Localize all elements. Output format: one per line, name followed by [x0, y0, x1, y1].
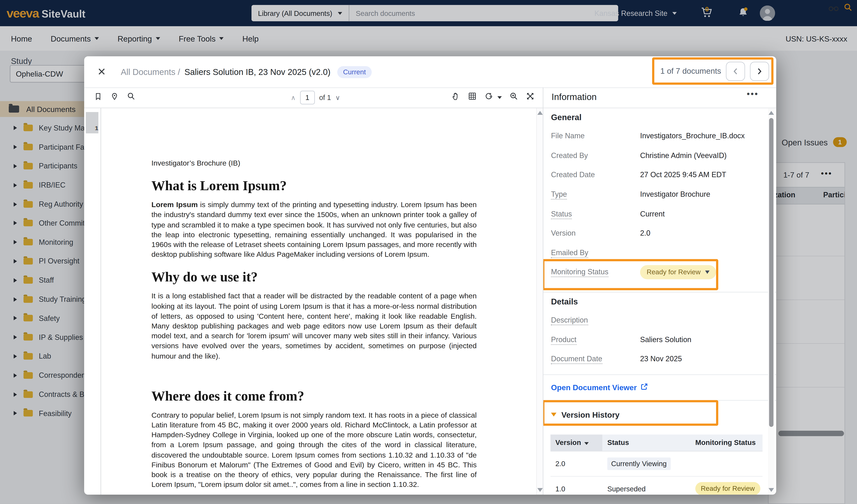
pdf-viewer: ∧ of 1 ∨ 1 — [84, 87, 543, 494]
field-version: Version 2.0 — [543, 223, 776, 243]
hand-tool-icon[interactable] — [452, 92, 460, 103]
section-heading-2: Why do we use it? — [151, 270, 476, 285]
paragraph-1: Lorem Ipsum is simply dummy text of the … — [151, 200, 476, 260]
external-link-icon — [640, 383, 648, 392]
field-value: Saliers Solution — [640, 335, 691, 343]
thumbnail-page-number: 1 — [95, 124, 98, 131]
table-row: 2.0 Currently Viewing — [551, 451, 762, 476]
zoom-in-icon[interactable] — [509, 92, 518, 103]
bookmarks-icon[interactable] — [94, 92, 102, 102]
collapse-caret-icon — [551, 413, 556, 417]
information-panel-header: Information ••• — [543, 87, 776, 108]
panel-more-menu-icon[interactable]: ••• — [747, 89, 759, 98]
document-title: Saliers Solution IB, 23 Nov 2025 (v2.0) — [185, 67, 331, 77]
field-value: Christine Admin (VeevaID) — [640, 151, 727, 159]
document-heading: Investigator’s Brochure (IB) — [151, 158, 476, 168]
status-cell: Currently Viewing — [602, 451, 690, 476]
field-label: Product — [551, 335, 640, 343]
field-value: Current — [640, 210, 665, 218]
chevron-down-icon — [705, 270, 709, 274]
monitoring-status-pill: Ready for Review — [695, 482, 760, 494]
modal-header: ✕ All Documents / Saliers Solution IB, 2… — [84, 56, 776, 88]
version-history-table: Version Status Monitoring Status 2.0 Cur… — [551, 434, 762, 494]
monitoring-cell — [690, 451, 762, 476]
thumbnail-grid-icon[interactable] — [468, 92, 477, 103]
field-monitoring-status: Monitoring Status Ready for Review — [543, 263, 776, 282]
details-section-title: Details — [551, 297, 776, 310]
rotate-icon[interactable] — [484, 92, 493, 103]
monitoring-status-dropdown[interactable]: Ready for Review — [640, 265, 716, 280]
scrollbar-thumb[interactable] — [769, 118, 773, 427]
field-created-date: Created Date 27 Oct 2025 9:45 AM EDT — [543, 165, 776, 185]
column-status: Status — [602, 434, 690, 451]
field-value: 23 Nov 2025 — [640, 355, 682, 363]
field-label: Created By — [551, 151, 640, 159]
section-heading-1: What is Lorem Ipsum? — [151, 179, 476, 194]
find-in-document-icon[interactable] — [127, 92, 136, 103]
column-version[interactable]: Version — [551, 434, 602, 451]
section-divider — [543, 292, 776, 292]
field-label: Status — [551, 210, 640, 218]
panel-title: Information — [552, 92, 597, 102]
column-monitoring-status: Monitoring Status — [690, 434, 762, 451]
field-file-name: File Name Investigators_Brochure_IB.docx — [543, 126, 776, 146]
field-product: Product Saliers Solution — [543, 330, 776, 349]
field-value: 27 Oct 2025 9:45 AM EDT — [640, 171, 726, 179]
version-history-title: Version History — [561, 410, 620, 419]
scroll-down-icon[interactable] — [769, 488, 774, 492]
close-icon[interactable]: ✕ — [97, 66, 106, 78]
paragraph-3: Contrary to popular belief, Lorem Ipsum … — [151, 410, 476, 490]
open-document-viewer-link[interactable]: Open Document Viewer — [551, 383, 637, 391]
field-label: Version — [551, 229, 640, 237]
field-created-by: Created By Christine Admin (VeevaID) — [543, 146, 776, 165]
rotate-options-caret-icon[interactable] — [497, 96, 502, 99]
field-status: Status Current — [543, 204, 776, 223]
field-label: Created Date — [551, 171, 640, 179]
breadcrumb[interactable]: All Documents / — [121, 67, 180, 77]
version-link[interactable]: 1.0 — [551, 476, 602, 494]
version-cell: 2.0 — [551, 451, 602, 476]
location-pin-icon[interactable] — [111, 92, 119, 102]
previous-page-icon[interactable]: ∧ — [291, 94, 296, 101]
next-document-button[interactable] — [750, 62, 769, 81]
field-label: Document Date — [551, 355, 640, 363]
paragraph-2: It is a long established fact that a rea… — [151, 291, 476, 361]
scroll-down-icon[interactable] — [537, 488, 543, 492]
scroll-up-icon[interactable] — [769, 111, 774, 115]
monitoring-status-value: Ready for Review — [646, 268, 701, 276]
monitoring-cell: Ready for Review — [690, 476, 762, 494]
pdf-toolbar: ∧ of 1 ∨ — [84, 87, 543, 108]
general-section-title: General — [551, 113, 776, 126]
fullscreen-icon[interactable] — [526, 92, 535, 103]
field-label: Type — [551, 190, 640, 198]
field-value: Investigators_Brochure_IB.docx — [640, 132, 745, 140]
status-badge: Current — [337, 66, 372, 78]
table-row: 1.0 Superseded Ready for Review — [551, 476, 762, 494]
version-history-toggle[interactable]: Version History — [543, 400, 776, 421]
field-description: Description — [543, 310, 776, 330]
pdf-scrollbar[interactable] — [536, 108, 543, 494]
field-document-date: Document Date 23 Nov 2025 — [543, 349, 776, 369]
currently-viewing-chip: Currently Viewing — [607, 457, 670, 470]
scroll-up-icon[interactable] — [537, 111, 543, 115]
document-pager-annotation: 1 of 7 documents — [652, 57, 773, 85]
next-page-icon[interactable]: ∨ — [335, 94, 340, 101]
field-emailed-by: Emailed By — [543, 243, 776, 263]
document-page: Investigator’s Brochure (IB) What is Lor… — [101, 108, 536, 494]
section-heading-3: Where does it come from? — [151, 388, 476, 404]
page-total-label: of 1 — [319, 94, 331, 102]
previous-document-button[interactable] — [726, 62, 745, 81]
document-viewer-modal: ✕ All Documents / Saliers Solution IB, 2… — [84, 56, 776, 494]
field-value: 2.0 — [640, 229, 650, 237]
sort-caret-icon — [584, 442, 589, 445]
page-number-input[interactable] — [300, 91, 315, 104]
field-value: Investigator Brochure — [640, 190, 710, 198]
information-panel: Information ••• General File Name Invest… — [543, 87, 776, 494]
table-header-row: Version Status Monitoring Status — [551, 434, 762, 451]
field-label: Monitoring Status — [551, 268, 640, 276]
field-type: Type Investigator Brochure — [543, 185, 776, 204]
page-thumbnail-strip: 1 — [84, 108, 101, 494]
document-pager-label: 1 of 7 documents — [660, 67, 721, 75]
status-cell: Superseded — [602, 476, 690, 494]
info-panel-scrollbar[interactable] — [768, 108, 774, 494]
